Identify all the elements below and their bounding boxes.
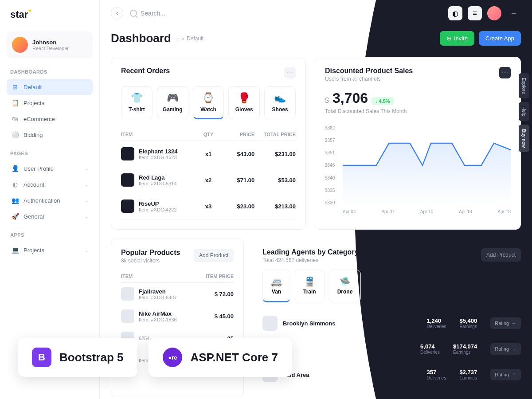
drone-icon: 🛸 [337, 276, 353, 287]
avatar [262, 316, 278, 331]
arrow-right-icon: → [512, 321, 516, 326]
rating-button[interactable]: Rating→ [490, 317, 521, 329]
delta-badge: ↓ 4.5% [372, 97, 394, 105]
sidebar-item-projects[interactable]: 📋 Projects [7, 95, 93, 111]
header: ‹ Search... ◐ ≡ → [100, 0, 532, 27]
rocket-icon: 🚀 [11, 212, 19, 220]
logout-icon[interactable]: → [507, 6, 521, 20]
rating-button[interactable]: Rating→ [490, 369, 521, 380]
sidebar-item-general[interactable]: 🚀 General ⌄ [7, 208, 93, 224]
currency-symbol: $ [325, 97, 329, 105]
sidebar-item-ecommerce[interactable]: 🛍 eCommerce [7, 111, 93, 127]
sidebar-item-label: Default [23, 84, 42, 90]
user-card[interactable]: Johnson React Developer [7, 31, 93, 58]
item-thumb [121, 200, 134, 213]
agent-row[interactable]: Brooklyn Simmons 1,240Deliveries $5,400E… [262, 310, 521, 336]
sidebar-item-default[interactable]: ⊞ Default [7, 79, 93, 95]
sidebar-item-label: Authentication [23, 197, 60, 204]
nav-section-title: DASHBOARDS [7, 69, 93, 74]
bootstrap-icon: B [32, 348, 51, 367]
add-product-button[interactable]: Add Product [481, 248, 521, 262]
sidebar-item-label: Account [23, 181, 44, 188]
user-name: Johnson [32, 39, 69, 46]
help-pill[interactable]: Help [519, 102, 529, 121]
rating-button[interactable]: Rating→ [490, 343, 521, 355]
card-title: Popular Products [121, 249, 180, 257]
tab-gaming[interactable]: 🎮Gaming [157, 86, 188, 119]
list-item[interactable]: FjallravenItem: #XDG-6437 $ 72.00 [121, 283, 234, 305]
home-icon[interactable]: ⌂ [176, 35, 180, 42]
create-app-button[interactable]: Create App [479, 31, 521, 46]
th-price: PRICE [220, 132, 254, 137]
tab-gloves[interactable]: 🥊Gloves [228, 86, 260, 119]
aspnet-badge: ●re ASP.NET Core 7 [149, 338, 292, 377]
sidebar-item-auth[interactable]: 👥 Authentication ⌄ [7, 192, 93, 208]
tab-tshirt[interactable]: 👕T-shirt [121, 86, 153, 119]
sidebar-item-label: User Profile [23, 165, 54, 172]
agent-row[interactable]: 6,074Deliveries $174,074Earnings Rating→ [262, 336, 521, 362]
tshirt-icon: 👕 [124, 92, 149, 104]
more-icon[interactable]: ⋯ [284, 67, 296, 78]
add-product-button[interactable]: Add Product [194, 249, 234, 262]
discounted-sales-card: Discounted Product Sales Users from all … [315, 57, 521, 230]
agent-row[interactable]: Zuid Area 357Deliveries $2,737Earnings R… [262, 362, 521, 387]
user-icon: 👤 [11, 164, 19, 172]
theme-toggle[interactable]: ◐ [448, 6, 462, 20]
sidebar-item-label: eCommerce [23, 116, 55, 122]
sidebar-item-bidding[interactable]: ⚪ Bidding [7, 127, 93, 143]
users-icon: 👥 [11, 196, 19, 204]
card-title: Leading Agents by Category [262, 248, 358, 256]
invite-button[interactable]: ⊕Invite [440, 31, 474, 46]
sales-chart: $362 $357 $351 $346 $340 $335 $330 [325, 125, 511, 214]
nav-section-title: PAGES [7, 151, 93, 156]
watch-icon: ⌚ [196, 92, 221, 104]
list-item[interactable]: Nike AirMaxItem: #XDG-1836 $ 45.00 [121, 305, 234, 327]
nav-section-title: APPS [7, 232, 93, 238]
arrow-right-icon: → [512, 372, 516, 377]
tab-watch[interactable]: ⌚Watch [193, 86, 224, 119]
table-row[interactable]: Red LagaItem: #XDG-5314 x2 $71.00 $53.00 [121, 167, 296, 193]
sidebar-item-label: Projects [23, 247, 44, 254]
breadcrumb-current: Default [187, 35, 203, 42]
table-row[interactable]: RiseUPItem: #XDG-4222 x3 $23.00 $213.00 [121, 193, 296, 219]
tab-van[interactable]: 🚐Van [262, 270, 290, 302]
grid-icon: ⊞ [11, 83, 19, 91]
leading-agents-card: Leading Agents by Category Total 424,567… [253, 239, 521, 397]
breadcrumb: ⌂ › Default [176, 35, 203, 42]
item-thumb [121, 173, 134, 187]
sidebar-item-account[interactable]: ◐ Account ⌄ [7, 176, 93, 192]
more-icon[interactable]: ⋯ [499, 67, 511, 78]
gaming-icon: 🎮 [160, 92, 185, 104]
chevron-down-icon: ⌄ [85, 182, 88, 187]
avatar [12, 37, 28, 53]
item-thumb [121, 309, 134, 323]
profile-avatar[interactable] [487, 6, 501, 20]
gloves-icon: 🥊 [231, 92, 257, 104]
clipboard-icon: 📋 [11, 99, 19, 107]
tab-shoes[interactable]: 👟Shoes [264, 86, 296, 119]
item-thumb [121, 287, 134, 301]
explore-pill[interactable]: Explore [519, 73, 529, 98]
sidebar-item-apps-projects[interactable]: 💻 Projects ⌄ [7, 242, 93, 258]
sidebar-item-label: Projects [23, 100, 44, 106]
search-icon [130, 10, 137, 17]
tab-train[interactable]: 🚆Train [295, 270, 325, 302]
sidebar-item-label: Bidding [23, 132, 43, 138]
chevron-down-icon: ⌄ [85, 248, 88, 253]
search-input[interactable]: Search... [130, 10, 448, 17]
card-title: Discounted Product Sales [325, 67, 413, 75]
tab-drone[interactable]: 🛸Drone [329, 270, 361, 302]
recent-orders-card: Recent Orders ⋯ 👕T-shirt 🎮Gaming ⌚Watch … [111, 57, 306, 230]
brand-logo[interactable]: star [7, 9, 93, 20]
aspnet-icon: ●re [163, 348, 182, 367]
page-title: Dashboard [111, 31, 171, 45]
van-icon: 🚐 [271, 276, 282, 287]
back-button[interactable]: ‹ [111, 7, 123, 20]
th-price: ITEM PRICE [196, 274, 234, 279]
buy-pill[interactable]: Buy now [519, 125, 529, 152]
circle-icon: ⚪ [11, 131, 19, 139]
notifications-icon[interactable]: ≡ [468, 6, 482, 20]
table-row[interactable]: Elephant 1324Item: #XDG-1523 x1 $43.00 $… [121, 141, 296, 167]
sidebar-item-userprofile[interactable]: 👤 User Profile ⌄ [7, 160, 93, 176]
chevron-down-icon: ⌄ [85, 198, 88, 203]
